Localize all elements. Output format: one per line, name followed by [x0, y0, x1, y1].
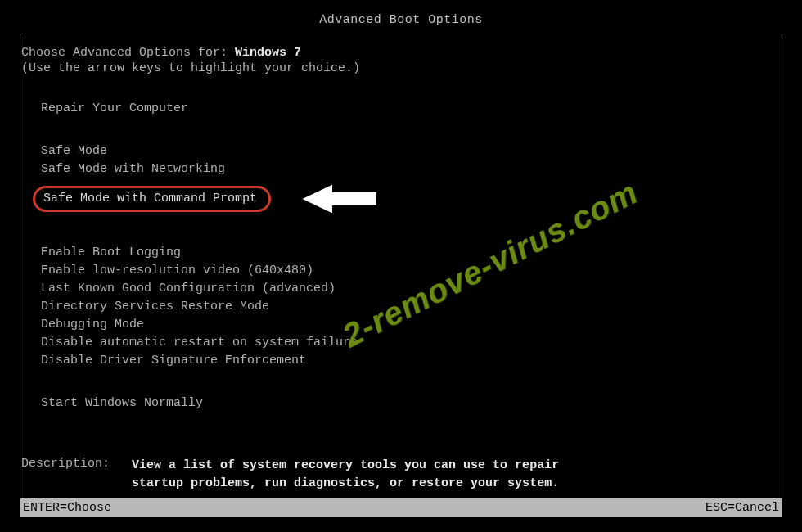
title-bar: Advanced Boot Options	[0, 20, 802, 34]
window-title: Advanced Boot Options	[313, 13, 489, 27]
arrow-left-icon	[294, 178, 384, 219]
footer-esc: ESC=Cancel	[705, 501, 779, 515]
footer-bar: ENTER=Choose ESC=Cancel	[20, 498, 782, 517]
footer-enter: ENTER=Choose	[23, 501, 111, 515]
window-frame	[20, 20, 782, 512]
